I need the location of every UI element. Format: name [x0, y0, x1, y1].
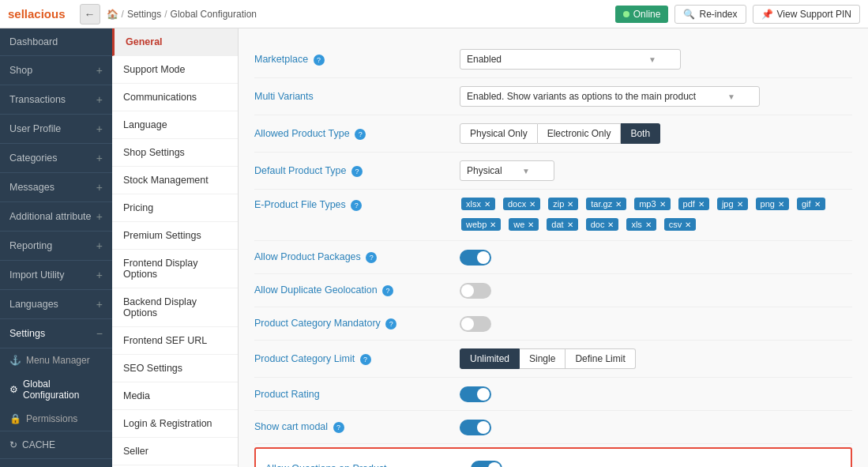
mid-item-language[interactable]: Language — [112, 111, 238, 139]
sidebar-sub-label-permissions: Permissions — [26, 413, 77, 424]
info-icon-marketplace[interactable]: ? — [314, 55, 325, 66]
btn-define-limit[interactable]: Define Limit — [566, 348, 635, 369]
lock-icon: 🔒 — [9, 413, 21, 424]
sidebar-item-categories[interactable]: Categories + — [0, 144, 112, 173]
toggle-product-rating[interactable] — [460, 386, 491, 402]
cache-button[interactable]: ↻ CACHE — [0, 431, 112, 458]
toggle-allow-duplicate-geolocation[interactable] — [460, 283, 491, 299]
breadcrumb: 🏠 / Settings / Global Configuration — [107, 9, 609, 20]
remove-tag-csv[interactable]: ✕ — [685, 220, 691, 229]
btn-both[interactable]: Both — [621, 123, 660, 144]
remove-tag-pdf[interactable]: ✕ — [698, 200, 705, 209]
remove-tag-targz[interactable]: ✕ — [615, 200, 622, 209]
remove-tag-doc[interactable]: ✕ — [607, 220, 614, 229]
chevron-down-icon: ▼ — [727, 92, 735, 101]
btn-physical-only[interactable]: Physical Only — [460, 123, 538, 144]
online-status-button[interactable]: Online — [615, 6, 669, 23]
remove-tag-xls[interactable]: ✕ — [645, 220, 652, 229]
remove-tag-webp[interactable]: ✕ — [490, 220, 496, 229]
sidebar-item-dashboard[interactable]: Dashboard — [0, 28, 112, 56]
autofix-button[interactable]: ✱ AUTO FIX — [0, 458, 112, 467]
logo: sellacious — [8, 7, 66, 21]
sidebar-item-reporting[interactable]: Reporting + — [0, 232, 112, 261]
collapse-icon: − — [96, 327, 103, 340]
toggle-product-category-mandatory[interactable] — [460, 316, 491, 332]
remove-tag-dat[interactable]: ✕ — [567, 220, 573, 229]
remove-tag-docx[interactable]: ✕ — [529, 200, 535, 209]
btn-electronic-only[interactable]: Electronic Only — [538, 123, 622, 144]
sidebar-item-additional-attribute[interactable]: Additional attribute + — [0, 202, 112, 232]
sidebar-item-import-utility[interactable]: Import Utility + — [0, 261, 112, 290]
sidebar-item-shop[interactable]: Shop + — [0, 56, 112, 85]
mid-item-seller[interactable]: Seller — [112, 438, 238, 465]
info-icon-product-category-limit[interactable]: ? — [360, 354, 371, 365]
tag-zip: zip ✕ — [548, 198, 578, 210]
remove-tag-zip[interactable]: ✕ — [567, 200, 573, 209]
dropdown-marketplace[interactable]: Enabled ▼ — [460, 49, 681, 70]
label-allow-questions-on-product: Allow Questions on Product. — [265, 463, 471, 468]
dropdown-value-multi-variants: Enabled. Show variants as options to the… — [467, 91, 696, 102]
mid-item-premium-settings[interactable]: Premium Settings — [112, 222, 238, 250]
sidebar-item-languages[interactable]: Languages + — [0, 290, 112, 319]
sidebar-bottom: ↻ CACHE ✱ AUTO FIX DOCUMENTATION SUPPORT — [0, 431, 112, 467]
btn-single[interactable]: Single — [520, 348, 566, 369]
control-marketplace: Enabled ▼ — [460, 49, 852, 70]
sidebar-label-additional-attribute: Additional attribute — [9, 211, 92, 222]
dropdown-multi-variants[interactable]: Enabled. Show variants as options to the… — [460, 86, 760, 107]
label-multi-variants: Multi Variants — [254, 91, 460, 102]
sidebar-label-import-utility: Import Utility — [9, 269, 64, 281]
remove-tag-jpg[interactable]: ✕ — [737, 200, 743, 209]
toggle-show-cart-modal[interactable] — [460, 420, 491, 435]
dropdown-default-product-type[interactable]: Physical ▼ — [460, 160, 554, 181]
remove-tag-mp3[interactable]: ✕ — [659, 200, 666, 209]
back-button[interactable]: ← — [80, 4, 100, 24]
sidebar-item-transactions[interactable]: Transactions + — [0, 85, 112, 115]
mid-item-seo-settings[interactable]: SEO Settings — [112, 355, 238, 382]
mid-item-stock-management[interactable]: Stock Management — [112, 167, 238, 194]
dropdown-value-marketplace: Enabled — [467, 54, 502, 65]
info-icon-e-product-file-types[interactable]: ? — [351, 200, 362, 211]
mid-item-frontend-sef[interactable]: Frontend SEF URL — [112, 327, 238, 355]
tag-doc: doc ✕ — [586, 218, 619, 231]
sidebar-label-transactions: Transactions — [9, 94, 66, 105]
info-icon-allowed-product-type[interactable]: ? — [355, 129, 366, 140]
info-icon-product-category-mandatory[interactable]: ? — [385, 318, 396, 330]
mid-item-frontend-display[interactable]: Frontend Display Options — [112, 250, 238, 288]
control-allow-questions-on-product — [471, 461, 841, 468]
chevron-down-icon: ▼ — [648, 55, 656, 64]
sidebar-sub-menu-manager[interactable]: ⚓ Menu Manager — [0, 348, 112, 372]
info-icon-default-product-type[interactable]: ? — [351, 166, 363, 177]
setting-row-show-cart-modal: Show cart modal ? — [254, 411, 852, 444]
reindex-button[interactable]: 🔍 Re-index — [674, 5, 746, 24]
mid-item-media[interactable]: Media — [112, 382, 238, 410]
sidebar-sub-permissions[interactable]: 🔒 Permissions — [0, 407, 112, 431]
sidebar-item-settings[interactable]: Settings − — [0, 319, 112, 348]
mid-item-communications[interactable]: Communications — [112, 84, 238, 111]
info-icon-show-cart-modal[interactable]: ? — [333, 422, 344, 433]
sidebar-item-user-profile[interactable]: User Profile + — [0, 115, 112, 144]
remove-tag-png[interactable]: ✕ — [778, 200, 784, 209]
mid-item-shop-settings[interactable]: Shop Settings — [112, 139, 238, 167]
toggle-allow-questions-on-product[interactable] — [471, 461, 502, 468]
mid-item-support-mode[interactable]: Support Mode — [112, 56, 238, 84]
remove-tag-gif[interactable]: ✕ — [814, 200, 821, 209]
sidebar-sub-global-config[interactable]: ⚙ Global Configuration — [0, 372, 112, 407]
sidebar-item-messages[interactable]: Messages + — [0, 173, 112, 202]
search-icon: 🔍 — [683, 9, 695, 20]
info-icon-allow-duplicate-geolocation[interactable]: ? — [382, 285, 393, 296]
view-support-pin-button[interactable]: 📌 View Support PIN — [753, 5, 861, 24]
highlighted-section: Allow Questions on Product. Allow Guests… — [254, 447, 852, 467]
info-icon-allow-product-packages[interactable]: ? — [366, 252, 377, 263]
refresh-icon: ↻ — [9, 439, 17, 450]
mid-item-login-registration[interactable]: Login & Registration — [112, 410, 238, 438]
mid-item-pricing[interactable]: Pricing — [112, 194, 238, 222]
mid-item-backend-display[interactable]: Backend Display Options — [112, 288, 238, 327]
expand-icon: + — [96, 239, 103, 252]
remove-tag-xlsx[interactable]: ✕ — [484, 200, 490, 209]
mid-item-general[interactable]: General — [112, 28, 238, 56]
remove-tag-we[interactable]: ✕ — [528, 220, 534, 229]
tag-csv: csv ✕ — [664, 218, 697, 231]
btn-unlimited[interactable]: Unlimited — [460, 348, 520, 369]
toggle-allow-product-packages[interactable] — [460, 250, 491, 266]
control-product-category-limit: Unlimited Single Define Limit — [460, 348, 852, 369]
